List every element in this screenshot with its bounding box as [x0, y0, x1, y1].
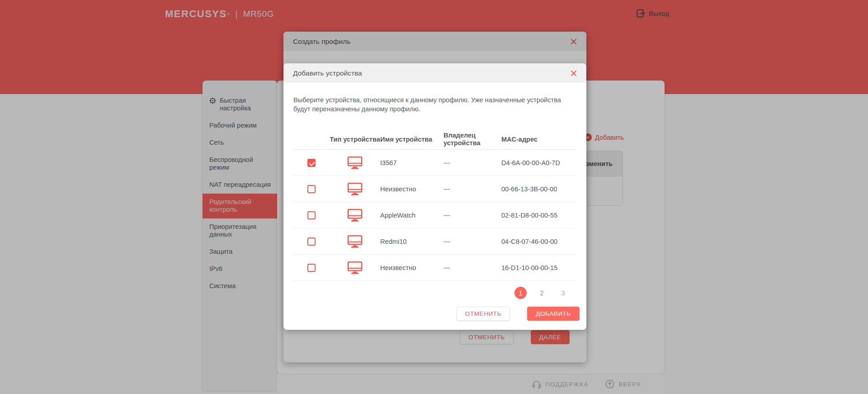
device-name: I3567: [380, 159, 443, 166]
devices-table: Тип устройства Имя устройства Владелец у…: [293, 129, 576, 281]
screen: MERCUSYS® | MR50G Выход Быстрая настройк…: [0, 0, 868, 394]
monitor-icon: [347, 182, 363, 196]
device-owner: ---: [443, 212, 501, 219]
device-name: AppleWatch: [380, 212, 443, 219]
device-name: Redmi10: [380, 238, 443, 245]
device-row: Неизвестно --- 00-66-13-3B-00-00: [293, 176, 576, 202]
modal-description: Выберите устройства, относящиеся к данно…: [293, 95, 576, 114]
device-owner: ---: [443, 264, 501, 271]
device-mac: 00-66-13-3B-00-00: [501, 185, 576, 193]
device-mac: 16-D1-10-00-00-15: [501, 264, 576, 271]
device-name: Неизвестно: [380, 185, 443, 193]
pagination: 1 2 3: [283, 287, 569, 299]
device-name: Неизвестно: [380, 264, 443, 271]
device-mac: 02-81-D8-00-00-55: [501, 212, 576, 219]
device-checkbox[interactable]: [307, 159, 316, 167]
monitor-icon: [347, 209, 363, 222]
device-row: Неизвестно --- 16-D1-10-00-00-15: [293, 255, 576, 281]
device-checkbox[interactable]: [307, 264, 316, 272]
column-device-type: Тип устройства: [330, 136, 380, 143]
add-devices-modal: Добавить устройства Выберите устройства,…: [283, 63, 586, 330]
column-device-name: Имя устройства: [380, 136, 443, 143]
add-devices-modal-title: Добавить устройства: [293, 69, 571, 77]
device-owner: ---: [443, 238, 501, 245]
column-device-owner: Владелец устройства: [443, 132, 487, 147]
monitor-icon: [347, 156, 363, 170]
modal-actions: ОТМЕНИТЬ ДОБАВИТЬ: [283, 307, 580, 321]
device-owner: ---: [443, 159, 501, 166]
page-button-1[interactable]: 1: [514, 287, 527, 299]
monitor-icon: [347, 235, 363, 248]
page-button-3[interactable]: 3: [557, 287, 569, 299]
device-row: Redmi10 --- 04-C8-07-46-00-00: [293, 228, 576, 255]
cancel-button[interactable]: ОТМЕНИТЬ: [457, 307, 510, 321]
device-checkbox[interactable]: [307, 237, 316, 246]
page-button-2[interactable]: 2: [536, 287, 548, 299]
monitor-icon: [347, 261, 363, 275]
column-mac-address: MAC-адрес: [501, 136, 576, 143]
close-icon[interactable]: [571, 70, 577, 76]
device-row: I3567 --- D4-6A-00-00-A0-7D: [293, 150, 576, 176]
device-checkbox[interactable]: [307, 185, 316, 193]
device-checkbox[interactable]: [307, 211, 316, 219]
devices-table-header: Тип устройства Имя устройства Владелец у…: [293, 129, 576, 150]
add-button[interactable]: ДОБАВИТЬ: [527, 307, 580, 321]
device-row: AppleWatch --- 02-81-D8-00-00-55: [293, 202, 576, 228]
device-mac: D4-6A-00-00-A0-7D: [501, 159, 576, 166]
device-owner: ---: [443, 185, 501, 193]
device-mac: 04-C8-07-46-00-00: [501, 238, 576, 245]
add-devices-modal-titlebar: Добавить устройства: [283, 63, 586, 83]
